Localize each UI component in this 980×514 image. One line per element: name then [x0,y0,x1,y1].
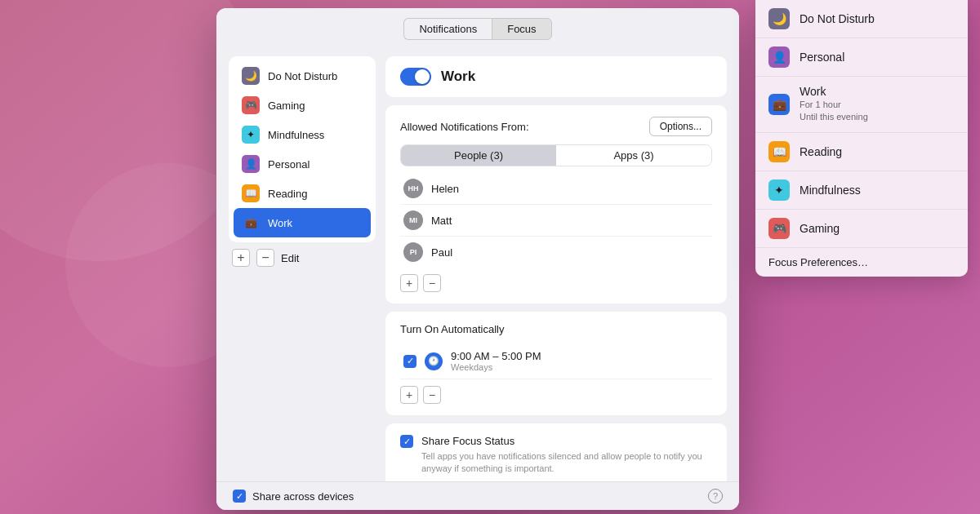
person-row: HH Helen [400,173,712,205]
dropdown-icon-reading: 📖 [768,141,790,162]
sidebar-icon-do-not-disturb: 🌙 [242,67,260,85]
dropdown-panel: 🌙 Do Not Disturb 👤 Personal 💼 Work For 1… [755,0,968,277]
person-name: Matt [431,215,452,227]
sidebar-icon-mindfulness: ✦ [242,126,260,144]
sidebar-label-work: Work [268,217,292,229]
allowed-label: Allowed Notifications From: [400,121,529,133]
dropdown-icon-mindfulness: ✦ [768,179,790,201]
dropdown-text-work: Work For 1 hourUntil this evening [800,85,868,124]
focus-preferences-link[interactable]: Focus Preferences… [755,248,968,277]
sidebar-item-do-not-disturb[interactable]: 🌙 Do Not Disturb [234,61,371,91]
sidebar-item-mindfulness[interactable]: ✦ Mindfulness [234,120,371,149]
auto-section: Turn On Automatically ✓ 🕐 9:00 AM – 5:00… [385,312,727,415]
sidebar-item-work[interactable]: 💼 Work [234,208,371,237]
options-button[interactable]: Options... [649,117,712,136]
sidebar-label-mindfulness: Mindfulness [268,129,324,141]
dropdown-icon-do-not-disturb: 🌙 [768,8,790,29]
dropdown-text-do-not-disturb: Do Not Disturb [800,12,875,25]
main-panel: Work Allowed Notifications From: Options… [385,56,727,501]
dropdown-label-personal: Personal [800,51,844,64]
focus-name: Work [441,69,475,85]
dropdown-label-mindfulness: Mindfulness [800,184,861,197]
content-area: 🌙 Do Not Disturb 🎮 Gaming ✦ Mindfulness … [216,48,739,509]
dropdown-item-personal[interactable]: 👤 Personal [755,38,968,77]
schedule-checkbox[interactable]: ✓ [403,355,416,368]
add-schedule-button[interactable]: + [400,386,418,404]
tab-focus[interactable]: Focus [492,18,551,40]
sidebar-icon-reading: 📖 [242,184,260,202]
schedule-controls: + − [400,386,712,404]
share-devices-row: ✓ Share across devices [233,490,354,503]
people-list: HH Helen MI Matt PI Paul [400,173,712,268]
dropdown-sub-work: For 1 hourUntil this evening [800,99,868,124]
help-button[interactable]: ? [708,489,723,503]
remove-person-button[interactable]: − [423,274,441,292]
tab-people[interactable]: People (3) [401,145,556,166]
sidebar-label-personal: Personal [268,158,310,171]
avatar: PI [403,242,423,262]
dropdown-text-mindfulness: Mindfulness [800,184,861,197]
schedule-days: Weekdays [451,362,541,372]
sidebar-icon-personal: 👤 [242,155,260,173]
person-name: Helen [431,183,459,195]
dropdown-item-work[interactable]: 💼 Work For 1 hourUntil this evening [755,77,968,133]
sidebar: 🌙 Do Not Disturb 🎮 Gaming ✦ Mindfulness … [229,56,376,501]
dropdown-icon-gaming: 🎮 [768,218,790,239]
share-devices-checkbox[interactable]: ✓ [233,490,246,503]
dropdown-text-gaming: Gaming [800,222,840,235]
people-list-controls: + − [400,274,712,292]
dropdown-label-gaming: Gaming [800,222,840,235]
sidebar-controls: + − Edit [229,242,376,270]
focus-header: Work [385,56,727,97]
dropdown-item-do-not-disturb[interactable]: 🌙 Do Not Disturb [755,0,968,38]
tab-bar: Notifications Focus [216,8,739,48]
remove-focus-button[interactable]: − [256,249,274,267]
share-focus-card: ✓ Share Focus Status Tell apps you have … [385,423,727,487]
schedule-text: 9:00 AM – 5:00 PM Weekdays [451,350,541,372]
dropdown-label-do-not-disturb: Do Not Disturb [800,12,875,25]
clock-icon: 🕐 [425,352,443,370]
sidebar-item-reading[interactable]: 📖 Reading [234,179,371,208]
schedule-row: ✓ 🕐 9:00 AM – 5:00 PM Weekdays [400,343,712,379]
remove-schedule-button[interactable]: − [423,386,441,404]
share-focus-row: ✓ Share Focus Status Tell apps you have … [400,435,712,476]
share-focus-content: Share Focus Status Tell apps you have no… [421,435,712,476]
dropdown-text-personal: Personal [800,51,844,64]
sidebar-icon-work: 💼 [242,214,260,232]
person-row: PI Paul [400,237,712,268]
allowed-label-row: Allowed Notifications From: Options... [400,117,712,136]
sidebar-label-do-not-disturb: Do Not Disturb [268,70,337,82]
auto-title: Turn On Automatically [400,323,712,335]
people-apps-tabs: People (3) Apps (3) [400,144,712,166]
share-devices-label: Share across devices [252,490,354,503]
dropdown-icon-personal: 👤 [768,47,790,68]
dropdown-item-gaming[interactable]: 🎮 Gaming [755,210,968,248]
share-focus-checkbox[interactable]: ✓ [400,435,413,448]
share-focus-desc: Tell apps you have notifications silence… [421,450,712,476]
avatar: HH [403,179,423,198]
dropdown-item-mindfulness[interactable]: ✦ Mindfulness [755,171,968,210]
tab-apps[interactable]: Apps (3) [556,145,711,166]
dropdown-item-reading[interactable]: 📖 Reading [755,133,968,171]
sidebar-list: 🌙 Do Not Disturb 🎮 Gaming ✦ Mindfulness … [229,56,376,242]
person-row: MI Matt [400,205,712,237]
sidebar-icon-gaming: 🎮 [242,96,260,114]
tab-notifications[interactable]: Notifications [403,18,492,40]
sidebar-label-reading: Reading [268,188,307,200]
add-person-button[interactable]: + [400,274,418,292]
allowed-notifications-card: Allowed Notifications From: Options... P… [385,105,727,304]
person-name: Paul [431,246,452,259]
main-window: Notifications Focus 🌙 Do Not Disturb 🎮 G… [216,8,739,510]
bottom-bar: ✓ Share across devices ? [216,481,739,510]
dropdown-label-work: Work [800,85,868,98]
work-toggle[interactable] [400,68,431,86]
share-focus-title: Share Focus Status [421,435,712,447]
dropdown-text-reading: Reading [800,145,842,158]
dropdown-label-reading: Reading [800,145,842,158]
add-focus-button[interactable]: + [232,249,250,267]
schedule-time: 9:00 AM – 5:00 PM [451,350,541,362]
sidebar-item-gaming[interactable]: 🎮 Gaming [234,91,371,120]
edit-label[interactable]: Edit [281,252,299,264]
sidebar-item-personal[interactable]: 👤 Personal [234,149,371,179]
dropdown-icon-work: 💼 [768,94,790,115]
